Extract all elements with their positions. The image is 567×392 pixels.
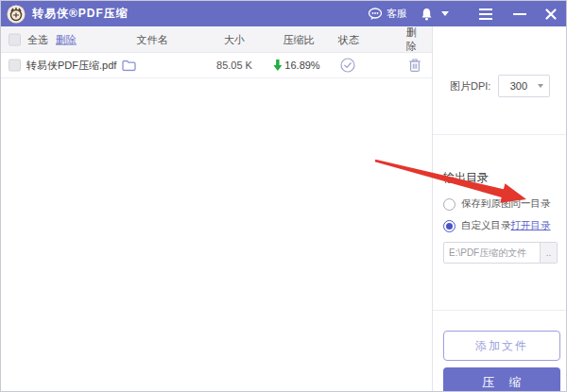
- divider: [433, 310, 567, 311]
- app-window: 转易侠®PDF压缩 客服: [0, 0, 567, 392]
- radio-unselected-icon[interactable]: [443, 198, 455, 211]
- app-logo-icon: [7, 5, 26, 24]
- column-filename: 文件名: [137, 32, 168, 46]
- minimize-button[interactable]: [513, 13, 526, 15]
- file-table: 全选 删除 文件名 大小 压缩比 状态 删除 转易侠PDF压缩.pdf 85.0…: [1, 26, 432, 392]
- add-files-button[interactable]: 添加文件: [443, 331, 560, 361]
- output-dir-title: 输出目录: [443, 170, 489, 186]
- dpi-row: 图片DPI: 300: [433, 74, 567, 98]
- browse-button[interactable]: ..: [540, 243, 557, 263]
- file-name: 转易侠PDF压缩.pdf: [26, 59, 116, 73]
- select-all-label[interactable]: 全选: [27, 32, 48, 46]
- open-folder-icon[interactable]: [122, 60, 136, 71]
- app-title: 转易侠®PDF压缩: [32, 6, 129, 22]
- compress-button[interactable]: 压 缩: [443, 367, 560, 392]
- row-delete-icon[interactable]: [408, 59, 421, 73]
- output-path-input[interactable]: [444, 243, 540, 263]
- chevron-down-icon[interactable]: [441, 11, 449, 16]
- radio-same-dir-label[interactable]: 保存到原图同一目录: [461, 197, 551, 211]
- dpi-value: 300: [499, 80, 538, 92]
- table-header: 全选 删除 文件名 大小 压缩比 状态 删除: [1, 26, 432, 53]
- settings-panel: 图片DPI: 300 输出目录 保存到原图同一目录 自定义目录 打开目录 .. …: [432, 26, 567, 392]
- column-delete: 删除: [406, 26, 423, 54]
- row-checkbox[interactable]: [9, 60, 21, 72]
- column-status: 状态: [338, 32, 359, 46]
- table-row: 转易侠PDF压缩.pdf 85.05 K 16.89%: [1, 53, 432, 78]
- dpi-select[interactable]: 300: [498, 75, 550, 97]
- bell-icon[interactable]: [421, 8, 433, 21]
- file-name-cell: 转易侠PDF压缩.pdf: [26, 59, 136, 73]
- select-all-checkbox[interactable]: [9, 33, 21, 45]
- output-path-box: ..: [443, 242, 558, 264]
- arrow-down-green-icon: [273, 60, 282, 71]
- compression-ratio-cell: 16.89%: [273, 60, 319, 71]
- column-size: 大小: [224, 32, 245, 46]
- delete-selected-link[interactable]: 删除: [56, 32, 77, 46]
- file-size: 85.05 K: [216, 60, 252, 71]
- compression-ratio: 16.89%: [284, 60, 319, 71]
- menu-icon[interactable]: [479, 9, 492, 20]
- radio-same-dir[interactable]: 保存到原图同一目录: [443, 197, 551, 211]
- column-ratio: 压缩比: [284, 32, 315, 46]
- open-dir-link[interactable]: 打开目录: [511, 219, 551, 232]
- support-label[interactable]: 客服: [387, 7, 407, 21]
- status-done-icon: [340, 58, 355, 73]
- radio-selected-icon[interactable]: [443, 220, 455, 232]
- titlebar: 转易侠®PDF压缩 客服: [1, 1, 567, 26]
- close-button[interactable]: [545, 9, 557, 20]
- chevron-down-icon: [538, 84, 543, 88]
- support-chat-icon[interactable]: [368, 8, 383, 21]
- radio-custom-dir[interactable]: 自定义目录 打开目录: [443, 219, 551, 232]
- divider: [433, 134, 567, 135]
- radio-custom-dir-label[interactable]: 自定义目录: [461, 219, 511, 232]
- dpi-label: 图片DPI:: [450, 79, 490, 94]
